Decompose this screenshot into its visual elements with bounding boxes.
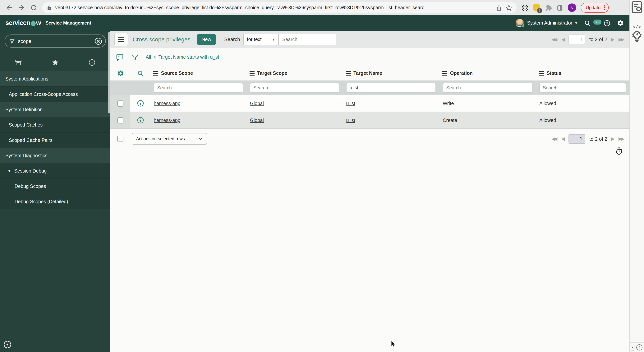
column-header-target-scope[interactable]: Target Scope xyxy=(246,70,343,76)
new-button[interactable]: New xyxy=(197,34,216,45)
column-label: Target Scope xyxy=(257,70,287,76)
extensions-puzzle-icon[interactable] xyxy=(545,4,552,11)
collapse-sidebar-button[interactable] xyxy=(4,340,12,348)
forward-icon[interactable] xyxy=(18,4,25,12)
rail-bottom-bar: ? xyxy=(630,342,644,352)
previous-page-button[interactable]: ◀ xyxy=(561,36,565,42)
row-checkbox[interactable] xyxy=(117,100,124,106)
clear-filter-icon[interactable] xyxy=(94,37,102,45)
column-search-toggle-icon[interactable] xyxy=(137,70,144,77)
column-menu-icon[interactable] xyxy=(153,71,158,75)
side-panel-icon[interactable] xyxy=(556,4,563,11)
reload-icon[interactable] xyxy=(30,4,38,12)
actions-on-selected-rows-select[interactable]: Actions on selected rows... xyxy=(132,133,207,144)
share-icon[interactable] xyxy=(496,4,502,11)
cell-target-name-link[interactable]: u_st xyxy=(343,101,355,106)
sidebar-item-debug-scopes-detailed[interactable]: Debug Scopes (Detailed) xyxy=(0,194,110,209)
page-number-input[interactable] xyxy=(569,134,586,144)
bookmark-star-icon[interactable] xyxy=(506,4,512,11)
sidebar-item-scoped-cache-pairs[interactable]: Scoped Cache Pairs xyxy=(0,133,110,148)
rail-help-icon[interactable]: ? xyxy=(636,344,642,350)
expanded-caret-icon[interactable]: ▼ xyxy=(8,169,11,173)
global-search-icon[interactable] xyxy=(584,19,591,27)
cell-source-scope-link[interactable]: harness-app xyxy=(150,118,180,123)
first-page-button[interactable]: ◀◀ xyxy=(552,36,557,42)
breadcrumb-all-link[interactable]: All xyxy=(146,54,151,60)
last-page-button[interactable]: ▶▶ xyxy=(618,136,624,142)
list-footer: Actions on selected rows... ◀◀ ◀ to 2 of… xyxy=(110,133,630,144)
sidebar-scrollbar[interactable] xyxy=(108,32,110,114)
record-preview-info-icon[interactable] xyxy=(137,100,144,107)
sidebar-item-label: System Definition xyxy=(5,107,43,112)
filter-input-target-scope[interactable] xyxy=(250,83,339,93)
sidebar-item-label: Application Cross-Scope Access xyxy=(9,92,78,97)
column-menu-icon[interactable] xyxy=(250,71,254,75)
filter-input-target-name[interactable] xyxy=(346,83,436,93)
search-type-select[interactable]: for text ▼ xyxy=(244,34,279,45)
column-label: Operation xyxy=(450,70,473,76)
column-menu-icon[interactable] xyxy=(346,71,351,75)
cell-target-scope-link[interactable]: Global xyxy=(246,101,264,106)
tab-favorites[interactable] xyxy=(37,58,74,66)
sidebar-item-application-cross-scope-access[interactable]: Application Cross-Scope Access xyxy=(0,87,110,102)
filter-input-source-scope[interactable] xyxy=(154,83,243,93)
browser-profile-avatar[interactable]: N xyxy=(568,4,576,12)
list-search-input[interactable] xyxy=(279,34,336,45)
application-navigator: System Applications Application Cross-Sc… xyxy=(0,31,110,352)
tab-all-applications[interactable] xyxy=(0,58,37,66)
column-header-status[interactable]: Status xyxy=(536,70,630,76)
cell-target-scope-link[interactable]: Global xyxy=(246,118,264,123)
reading-list-panel-icon[interactable] xyxy=(630,0,644,14)
previous-page-button[interactable]: ◀ xyxy=(561,136,565,142)
sidebar-item-session-debug[interactable]: ▼ Session Debug xyxy=(0,163,110,179)
next-page-button[interactable]: ▶ xyxy=(611,136,615,142)
user-menu[interactable]: System Administrator ▼ xyxy=(516,19,578,27)
resize-grip[interactable] xyxy=(631,344,634,350)
address-bar[interactable]: ven03172.service-now.com/nav_to.do?uri=%… xyxy=(42,2,517,13)
user-avatar xyxy=(516,19,524,27)
applications-box-icon xyxy=(14,58,22,66)
sidebar-item-system-applications[interactable]: System Applications xyxy=(0,71,110,87)
help-icon[interactable] xyxy=(603,19,611,27)
column-header-source-scope[interactable]: Source Scope xyxy=(150,70,246,76)
tab-history[interactable] xyxy=(74,58,110,66)
filter-funnel-icon[interactable] xyxy=(131,53,139,61)
browser-update-button[interactable]: Update xyxy=(581,3,608,13)
list-toolbar: Cross scope privileges New Search for te… xyxy=(110,31,630,48)
gear-icon[interactable] xyxy=(617,19,624,27)
code-panel-icon[interactable]: </> xyxy=(630,24,644,30)
idea-lightbulb-icon[interactable] xyxy=(630,30,644,44)
column-menu-icon[interactable] xyxy=(442,71,447,75)
sidebar-item-debug-scopes[interactable]: Debug Scopes xyxy=(0,179,110,194)
column-header-operation[interactable]: Operation xyxy=(439,70,536,76)
navigator-filter-input[interactable] xyxy=(18,38,91,44)
page-title[interactable]: Cross scope privileges xyxy=(133,36,190,42)
extension-icon[interactable]: ... 3 xyxy=(533,4,540,11)
sidebar-item-scoped-caches[interactable]: Scoped Caches xyxy=(0,117,110,133)
filter-input-status[interactable] xyxy=(539,83,626,93)
cell-target-name-link[interactable]: u_st xyxy=(343,118,355,123)
chevron-down-icon xyxy=(198,136,203,141)
page-number-input[interactable] xyxy=(569,34,586,44)
rail-divider xyxy=(630,18,644,18)
next-page-button[interactable]: ▶ xyxy=(611,36,615,42)
first-page-button[interactable]: ◀◀ xyxy=(552,136,557,142)
sidebar-item-system-diagnostics[interactable]: System Diagnostics xyxy=(0,148,110,163)
breadcrumb-current-filter-link[interactable]: Target Name starts with u_st xyxy=(158,54,219,60)
last-page-button[interactable]: ▶▶ xyxy=(618,36,624,42)
sidebar-item-system-definition[interactable]: System Definition xyxy=(0,102,110,117)
select-all-checkbox[interactable] xyxy=(117,136,124,142)
cell-source-scope-link[interactable]: harness-app xyxy=(150,101,180,106)
record-preview-info-icon[interactable] xyxy=(137,116,144,124)
loading-spinner-icon xyxy=(521,4,528,11)
navigator-filter[interactable] xyxy=(4,34,106,48)
list-context-menu-button[interactable] xyxy=(114,32,128,46)
filter-input-operation[interactable] xyxy=(443,83,532,93)
back-icon[interactable] xyxy=(5,4,13,12)
row-checkbox[interactable] xyxy=(117,117,124,123)
column-header-target-name[interactable]: Target Name xyxy=(343,70,439,76)
list-chat-icon[interactable] xyxy=(116,53,124,61)
personalize-list-gear-icon[interactable] xyxy=(117,70,124,77)
column-menu-icon[interactable] xyxy=(539,71,544,75)
response-time-stopwatch-icon[interactable] xyxy=(615,147,623,155)
